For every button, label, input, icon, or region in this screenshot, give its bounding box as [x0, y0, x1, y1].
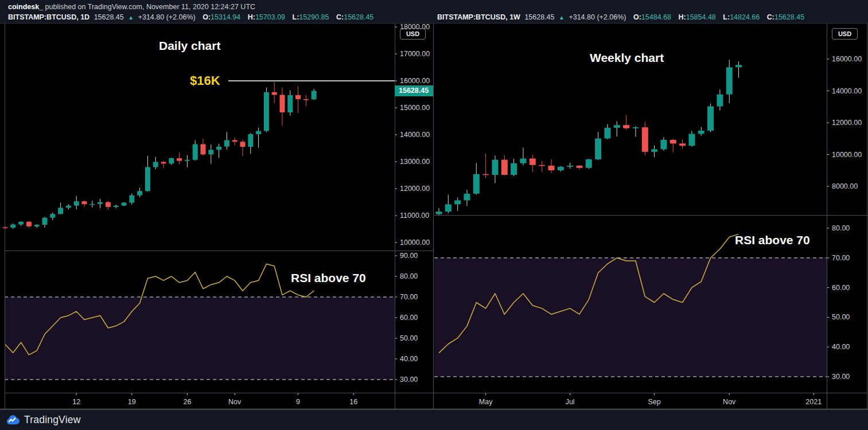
candlestick-series[interactable] [3, 82, 317, 230]
candle-body [42, 218, 48, 225]
candle-body [161, 162, 166, 163]
candle-body [445, 204, 451, 212]
high-label: H: [248, 13, 255, 21]
weekly-chart-title-annotation[interactable]: Weekly chart [590, 51, 664, 65]
candle-body [82, 201, 87, 204]
rsi-axis-label: 80.00 [832, 224, 850, 232]
candle-body [735, 65, 742, 67]
time-axis-label: 16 [349, 398, 357, 406]
currency-usd-button-right[interactable]: USD [832, 28, 858, 40]
candle-body [137, 191, 142, 196]
rsi-above-70-label-daily[interactable]: RSI above 70 [291, 271, 366, 285]
candle-body [256, 131, 261, 134]
candle-body [679, 143, 686, 146]
publisher-name: coindesk_ [8, 3, 43, 11]
candle-body [670, 140, 676, 143]
low-value: 14824.66 [730, 13, 760, 21]
high-value: 15703.09 [255, 13, 285, 21]
candlestick-series[interactable] [436, 60, 742, 216]
candle-body [169, 158, 174, 163]
up-arrow-icon: ▲ [128, 14, 134, 21]
candle-body [50, 214, 55, 218]
candle-body [145, 167, 150, 191]
candle-body [558, 167, 564, 170]
candle-body [688, 134, 695, 146]
rsi-axis-label: 60.00 [400, 314, 418, 322]
right-chart-legend[interactable]: BITSTAMP:BTCUSD, 1W 15628.45 ▲ +314.80 (… [437, 13, 807, 21]
rsi-band [434, 258, 827, 377]
candle-body [436, 212, 442, 214]
time-axis-label: 12 [72, 398, 80, 406]
candle-body [642, 127, 648, 152]
candle-body [89, 204, 95, 205]
time-axis-label: Nov [723, 398, 736, 406]
candle-body [454, 200, 461, 204]
rsi-axis-label: 50.00 [400, 334, 418, 342]
candle-body [614, 125, 620, 128]
candle-body [264, 92, 269, 131]
price-axis-label: 12000.00 [400, 185, 430, 193]
open-label: O: [203, 13, 211, 21]
candle-body [280, 95, 285, 112]
close-label: C: [767, 13, 774, 21]
rsi-axis-label: 30.00 [832, 373, 850, 381]
candle-body [312, 91, 317, 99]
time-axis-label: May [479, 398, 493, 406]
candle-body [18, 222, 24, 225]
candle-body [539, 165, 545, 166]
charts-canvas[interactable]: 18000.0017000.0016000.0015000.0014000.00… [0, 0, 868, 430]
candle-body [122, 202, 127, 205]
rsi-above-70-label-weekly[interactable]: RSI above 70 [735, 233, 810, 247]
time-axis-label: Jul [566, 398, 575, 406]
left-chart-legend[interactable]: BITSTAMP:BTCUSD, 1D 15628.45 ▲ +314.80 (… [8, 13, 376, 21]
candle-body [248, 134, 253, 147]
candle-body [295, 95, 301, 99]
low-label: L: [293, 13, 299, 21]
low-label: L: [723, 13, 730, 21]
price-axis-label: 16000.00 [400, 77, 430, 85]
published-line: coindesk_ published on TradingView.com, … [8, 3, 255, 11]
candle-body [177, 158, 182, 161]
close-label: C: [336, 13, 344, 21]
rsi-axis-label: 40.00 [832, 343, 850, 351]
time-axis-label: 26 [183, 398, 191, 406]
candle-body [567, 166, 573, 167]
price-axis-label: 14000.00 [400, 131, 430, 139]
rsi-axis-label: 90.00 [400, 252, 418, 260]
rsi-axis-label: 50.00 [832, 313, 850, 321]
rsi-axis-label: 40.00 [400, 355, 418, 363]
candle-body [473, 174, 480, 194]
open-value: 15314.94 [211, 13, 240, 21]
candle-body [707, 106, 714, 130]
candle-body [34, 225, 40, 226]
currency-usd-button-left[interactable]: USD [400, 28, 426, 40]
candle-body [232, 140, 238, 142]
last-price-tag: 15628.45 [395, 85, 433, 96]
symbol-interval: BITSTAMP:BTCUSD, 1W [437, 13, 520, 21]
high-label: H: [678, 13, 686, 21]
price-axis-label: 13000.00 [400, 158, 430, 166]
published-info: published on TradingView.com, November 1… [43, 3, 255, 11]
rsi-band [5, 297, 395, 380]
open-value: 15484.68 [641, 13, 671, 21]
candle-body [185, 160, 190, 161]
candle-body [482, 174, 489, 175]
symbol-interval: BITSTAMP:BTCUSD, 1D [8, 13, 89, 21]
rsi-axis-label: 30.00 [400, 376, 418, 384]
tradingview-brand-text[interactable]: TradingView [24, 414, 81, 426]
high-value: 15854.48 [686, 13, 716, 21]
tradingview-logo-icon[interactable] [5, 413, 20, 428]
close-value: 15628.45 [344, 13, 373, 21]
candle-body [224, 140, 229, 146]
daily-chart-title-annotation[interactable]: Daily chart [159, 39, 220, 53]
price-axis-label: 14000.00 [832, 87, 862, 95]
candle-body [698, 131, 704, 134]
price-axis-label: 8000.00 [832, 182, 858, 190]
footer-bar: TradingView [0, 409, 868, 430]
candle-body [303, 99, 309, 100]
candle-body [548, 166, 554, 170]
price-axis-label: 16000.00 [832, 55, 862, 63]
last-price: 15628.45 [524, 13, 554, 21]
price-level-label-16k[interactable]: $16K [190, 73, 220, 88]
candle-body [464, 194, 470, 201]
